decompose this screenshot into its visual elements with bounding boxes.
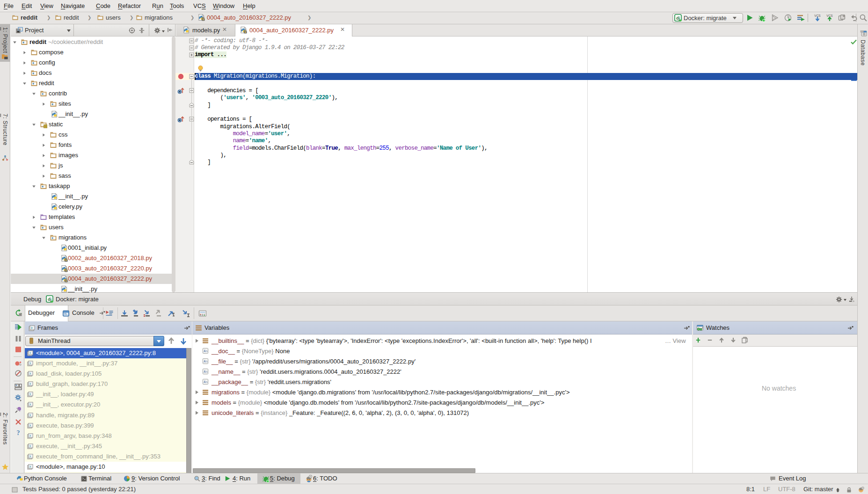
svg-text:dj: dj [676, 16, 680, 21]
svg-text:VCS: VCS [826, 14, 833, 17]
svg-text:VCS: VCS [814, 14, 821, 17]
svg-text:dj: dj [48, 297, 51, 302]
svg-text:?: ? [17, 429, 20, 436]
